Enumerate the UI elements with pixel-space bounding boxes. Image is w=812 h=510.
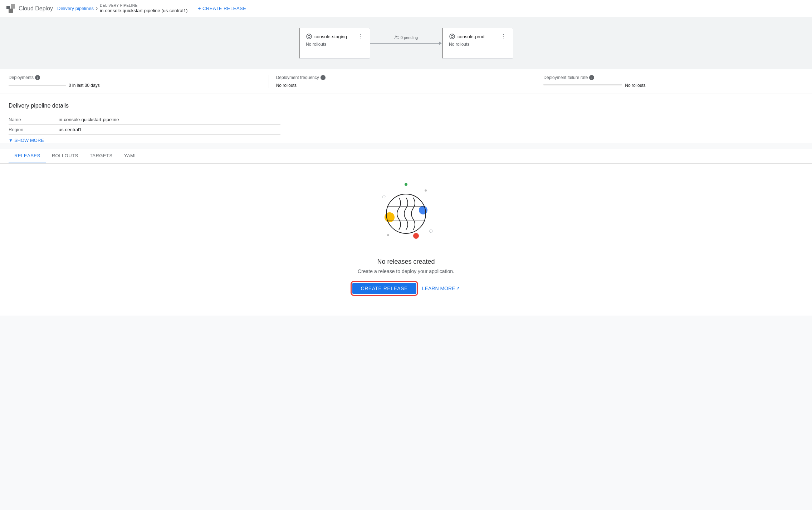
app-logo: Cloud Deploy [6,4,53,14]
node-staging-icon [306,33,312,40]
name-value: in-console-quickstart-pipeline [59,115,280,125]
node-prod-status: No rollouts [449,42,507,47]
header-create-release-button[interactable]: + CREATE RELEASE [197,5,246,12]
svg-point-13 [405,183,407,186]
show-more-button[interactable]: ▼ SHOW MORE [9,138,44,143]
region-value: us-central1 [59,125,280,135]
region-label: Region [9,125,59,135]
metrics-bar: Deployments i 0 in last 30 days Deployme… [0,69,812,94]
svg-point-15 [419,206,427,214]
svg-point-7 [395,36,397,37]
empty-state-actions: CREATE RELEASE LEARN MORE ↗ [352,283,460,294]
svg-point-10 [451,35,453,38]
arrow-head-icon [439,41,442,45]
node-staging-status: No rollouts [306,42,364,47]
deployments-help-icon[interactable]: i [35,75,40,80]
empty-illustration [370,178,442,249]
external-link-icon: ↗ [456,286,460,291]
pipeline-node-prod: console-prod ⋮ No rollouts — [442,28,513,59]
node-prod-icon [449,33,455,40]
svg-point-16 [413,233,419,239]
deployments-metric: Deployments i 0 in last 30 days [9,75,269,88]
empty-state-subtitle: Create a release to deploy your applicat… [358,268,454,274]
failure-rate-bar [543,84,622,85]
node-staging-title: console-staging [306,33,347,40]
svg-point-4 [308,35,310,38]
pipeline-arrow: 0 pending [370,41,442,45]
node-prod-dash: — [449,48,507,53]
tabs-bar: RELEASES ROLLOUTS TARGETS YAML [0,149,812,164]
svg-rect-2 [9,9,13,13]
details-title: Delivery pipeline details [9,103,803,109]
details-table: Name in-console-quickstart-pipeline Regi… [9,115,280,135]
failure-rate-value: No rollouts [543,83,796,88]
arrow-label: 0 pending [393,35,419,40]
node-staging-menu-button[interactable]: ⋮ [356,33,364,40]
create-release-button[interactable]: CREATE RELEASE [352,283,416,294]
svg-point-20 [425,189,427,192]
cloud-deploy-logo-icon [6,4,16,14]
tab-yaml[interactable]: YAML [118,149,143,163]
tab-rollouts[interactable]: ROLLOUTS [46,149,84,163]
tab-targets[interactable]: TARGETS [84,149,118,163]
breadcrumb: Delivery pipelines › DELIVERY PIPELINE i… [57,3,187,14]
svg-point-19 [387,234,389,236]
plus-icon: + [197,5,201,12]
app-name: Cloud Deploy [19,5,53,12]
pipeline-visualization: console-staging ⋮ No rollouts — 0 pendin… [0,17,812,69]
breadcrumb-separator: › [96,5,98,11]
failure-rate-metric: Deployment failure rate i No rollouts [536,75,803,88]
chevron-down-icon: ▼ [9,138,13,143]
svg-rect-1 [11,4,15,9]
node-staging-dash: — [306,48,364,53]
node-prod-menu-button[interactable]: ⋮ [499,33,507,40]
table-row: Name in-console-quickstart-pipeline [9,115,280,125]
breadcrumb-current: DELIVERY PIPELINE in-console-quickstart-… [100,3,187,14]
svg-point-18 [382,195,385,198]
name-label: Name [9,115,59,125]
deployments-bar [9,85,66,86]
node-prod-title: console-prod [449,33,484,40]
empty-state-illustration-icon [370,178,442,249]
svg-point-8 [397,36,398,37]
frequency-value: No rollouts [276,83,529,88]
details-section: Delivery pipeline details Name in-consol… [0,94,812,143]
app-header: Cloud Deploy Delivery pipelines › DELIVE… [0,0,812,17]
learn-more-link[interactable]: LEARN MORE ↗ [422,286,460,291]
breadcrumb-delivery-pipelines[interactable]: Delivery pipelines [57,6,94,11]
failure-rate-help-icon[interactable]: i [589,75,594,80]
svg-point-17 [429,229,433,233]
pipeline-node-staging: console-staging ⋮ No rollouts — [299,28,370,59]
empty-state: No releases created Create a release to … [0,164,812,316]
pipeline-nodes: console-staging ⋮ No rollouts — 0 pendin… [299,28,513,59]
frequency-help-icon[interactable]: i [321,75,326,80]
people-icon [394,35,399,40]
tab-releases[interactable]: RELEASES [9,149,46,163]
frequency-metric: Deployment frequency i No rollouts [269,75,537,88]
empty-state-title: No releases created [377,258,435,266]
deployments-value: 0 in last 30 days [9,83,261,88]
table-row: Region us-central1 [9,125,280,135]
